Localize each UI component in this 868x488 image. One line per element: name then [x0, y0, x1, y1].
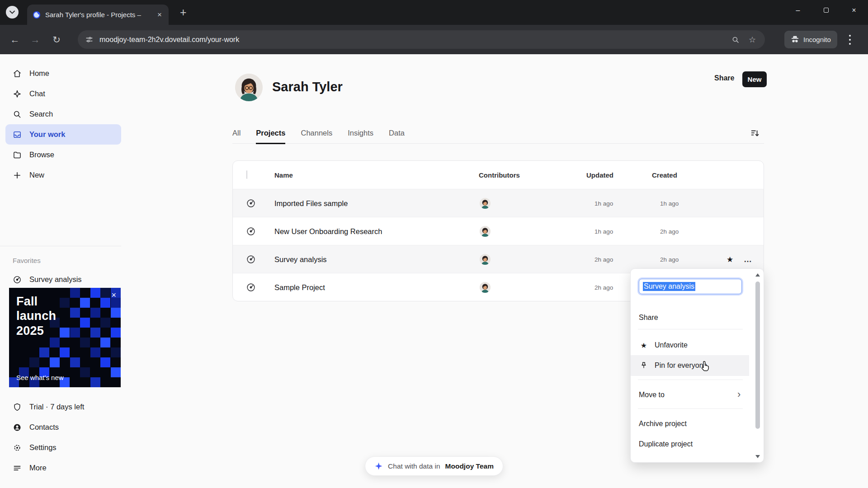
url-text[interactable]: moodjoy-team-2h2v.dovetail.com/your-work [99, 36, 724, 44]
created-value: 2h ago [660, 256, 679, 263]
sidebar-item-settings[interactable]: Settings [5, 437, 121, 458]
chat-pill-prefix: Chat with data in [388, 462, 440, 470]
incognito-label: Incognito [803, 36, 831, 43]
window-minimize-button[interactable]: – [784, 0, 812, 20]
rename-input[interactable]: Survey analysis [639, 279, 742, 294]
search-icon [13, 110, 22, 119]
column-header-updated[interactable]: Updated [586, 171, 613, 179]
menu-item-pin-for-everyone[interactable]: Pin for everyone [631, 355, 749, 376]
content-tabs: All Projects Channels Insights Data [232, 123, 764, 144]
menu-item-move-to[interactable]: Move to › [631, 385, 749, 405]
select-all-checkbox[interactable] [246, 170, 247, 179]
favorite-star-icon[interactable]: ★ [726, 254, 733, 264]
sidebar-item-chat[interactable]: Chat [5, 84, 121, 104]
address-bar[interactable]: moodjoy-team-2h2v.dovetail.com/your-work… [78, 30, 765, 49]
home-icon [13, 69, 22, 78]
sparkle-icon [13, 89, 22, 99]
sidebar-item-label: Browse [29, 150, 54, 159]
sidebar-item-contacts[interactable]: Contacts [5, 417, 121, 437]
contacts-icon [13, 423, 22, 432]
column-header-created[interactable]: Created [652, 171, 677, 179]
menu-divider [638, 329, 743, 329]
contributor-avatar [480, 282, 491, 293]
project-name[interactable]: Sample Project [274, 283, 325, 291]
sidebar-item-browse[interactable]: Browse [5, 145, 121, 165]
project-icon [246, 226, 256, 236]
promo-title: Fall launch 2025 [9, 288, 121, 338]
window-close-button[interactable]: × [840, 0, 868, 20]
project-icon [246, 282, 256, 292]
sidebar-item-label: Your work [29, 130, 65, 139]
reload-button[interactable]: ↻ [47, 25, 66, 54]
browser-window: Sarah Tyler's profile - Projects – × + –… [0, 0, 868, 488]
sidebar-item-search[interactable]: Search [5, 104, 121, 124]
sidebar-item-your-work[interactable]: Your work [5, 124, 121, 145]
scroll-up-icon[interactable] [755, 273, 760, 277]
favicon-dovetail-icon [33, 11, 41, 19]
back-button[interactable]: ← [6, 25, 24, 54]
sidebar-item-label: Search [29, 110, 53, 118]
scrollbar-thumb[interactable] [755, 282, 760, 429]
tab-search-button[interactable] [6, 6, 19, 19]
sidebar-item-label: More [29, 464, 47, 472]
menu-item-unfavorite[interactable]: ★ Unfavorite [631, 335, 749, 355]
column-header-name[interactable]: Name [274, 171, 293, 179]
table-row[interactable]: New User Onboarding Research 1h ago 2h a… [233, 217, 764, 245]
sort-icon [750, 128, 760, 138]
window-maximize-button[interactable] [812, 0, 840, 20]
forward-button[interactable]: → [26, 25, 44, 54]
bookmark-star-icon[interactable]: ☆ [747, 34, 758, 45]
tab-projects[interactable]: Projects [256, 123, 285, 144]
project-context-menu: Survey analysis Share ★ Unfavorite Pin f… [630, 268, 764, 463]
sidebar-item-label: Home [29, 69, 49, 78]
new-button[interactable]: New [742, 71, 767, 87]
project-name[interactable]: New User Onboarding Research [274, 227, 382, 235]
browser-tabstrip: Sarah Tyler's profile - Projects – × + –… [0, 0, 868, 25]
promo-card[interactable]: Fall launch 2025 See what's new × [9, 288, 121, 387]
favorites-heading: Favorites [13, 257, 41, 264]
menu-item-archive-project[interactable]: Archive project [631, 414, 749, 434]
sidebar-item-trial[interactable]: Trial · 7 days left [5, 397, 121, 417]
zoom-icon[interactable] [730, 34, 741, 45]
browser-toolbar: ← → ↻ moodjoy-team-2h2v.dovetail.com/you… [0, 25, 868, 54]
row-more-button[interactable]: … [744, 254, 752, 264]
project-name[interactable]: Imported Files sample [274, 199, 348, 207]
tab-all[interactable]: All [232, 123, 241, 144]
tab-data[interactable]: Data [389, 123, 405, 144]
menu-item-share[interactable]: Share [631, 308, 749, 328]
tab-channels[interactable]: Channels [301, 123, 332, 144]
favorite-item-label: Survey analysis [29, 275, 82, 284]
tab-insights[interactable]: Insights [348, 123, 373, 144]
site-controls-icon[interactable] [85, 35, 94, 44]
scroll-down-icon[interactable] [755, 455, 760, 458]
project-name[interactable]: Survey analysis [274, 255, 327, 263]
menu-item-duplicate-project[interactable]: Duplicate project [631, 434, 749, 454]
column-header-contributors[interactable]: Contributors [479, 171, 520, 179]
tab-title: Sarah Tyler's profile - Projects – [45, 11, 151, 19]
sidebar-item-more[interactable]: More [5, 458, 121, 478]
sidebar-item-label: Chat [29, 89, 45, 98]
sidebar-item-label: Settings [29, 443, 57, 452]
favorite-item-survey-analysis[interactable]: Survey analysis [5, 269, 121, 290]
menu-scrollbar[interactable] [755, 271, 761, 461]
browser-tab[interactable]: Sarah Tyler's profile - Projects – × [27, 5, 169, 25]
chevron-down-icon [9, 10, 15, 14]
promo-link[interactable]: See what's new [16, 374, 64, 381]
promo-close-icon[interactable]: × [111, 291, 116, 300]
share-button[interactable]: Share [714, 74, 734, 82]
table-row[interactable]: Imported Files sample 1h ago 1h ago [233, 189, 764, 217]
maximize-icon [824, 8, 829, 13]
menu-icon [13, 464, 22, 473]
table-header-row: Name Contributors Updated Created [233, 161, 764, 189]
sidebar-item-home[interactable]: Home [5, 63, 121, 84]
browser-menu-button[interactable] [849, 34, 851, 46]
chat-with-data-button[interactable]: Chat with data in Moodjoy Team [365, 456, 503, 476]
window-controls: – × [784, 0, 868, 20]
new-tab-button[interactable]: + [180, 6, 187, 19]
sidebar-item-new[interactable]: New [5, 165, 121, 185]
created-value: 2h ago [660, 228, 679, 235]
incognito-icon [791, 36, 799, 43]
sort-button[interactable] [748, 127, 762, 140]
tab-close-icon[interactable]: × [156, 10, 163, 19]
sidebar-nav: Home Chat Search Your work Browse [5, 63, 121, 185]
